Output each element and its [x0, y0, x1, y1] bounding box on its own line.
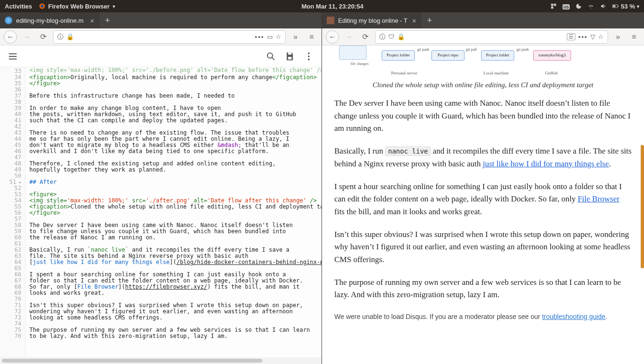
pocket-icon[interactable]: ▽ [590, 33, 595, 40]
overflow-icon[interactable]: » [612, 31, 624, 43]
code-content[interactable]: <img style='max-width: 100%;' src='./bef… [26, 67, 322, 357]
diagram-box: Project folder [382, 50, 415, 61]
code-line[interactable]: <figcaption>Originally, local machine is… [29, 74, 322, 81]
forward-button: → [343, 31, 355, 43]
text: Basically, I run [334, 146, 385, 155]
svg-rect-4 [551, 7, 553, 9]
diagram-box: tommyku/blog3 [533, 50, 571, 61]
diagram-label: GitHub [545, 70, 558, 77]
code-line[interactable]: ## After [29, 179, 322, 185]
tracking-shield-icon[interactable]: 🛡 [388, 33, 394, 40]
info-icon[interactable]: ⓘ [379, 33, 385, 41]
new-tab-button[interactable]: + [99, 12, 116, 28]
back-button[interactable]: ← [4, 30, 17, 44]
tab-strip: editing-my-blog-online.m × + [0, 12, 322, 28]
diagram-edge-label: git pull [466, 47, 477, 53]
code-line[interactable]: <img style='max-width: 100%;' src='./bef… [29, 67, 322, 73]
wifi-icon[interactable] [588, 3, 594, 9]
close-icon[interactable]: × [412, 17, 416, 24]
kebab-menu-icon[interactable] [303, 50, 315, 63]
paragraph: I spent a hour searching online for some… [334, 181, 632, 218]
horizontal-scrollbar[interactable] [0, 357, 322, 364]
hamburger-menu-icon[interactable]: ≡ [305, 31, 318, 43]
url-bar[interactable]: ⓘ 🛡 🔒 ☰ ••• ▽ ☆ [375, 30, 608, 44]
code-line[interactable]: such that the CI can compile and deploy … [29, 118, 322, 124]
line-number: 76 [0, 333, 21, 339]
tab-title: editing-my-blog-online.m [16, 17, 86, 24]
code-line[interactable]: Before this infrastructure change has be… [29, 93, 322, 99]
app-menu[interactable]: Firefox Web Browser ▾ [39, 3, 115, 10]
new-tab-button[interactable]: + [421, 12, 438, 28]
link-troubleshooting[interactable]: troubleshooting guide [542, 313, 606, 320]
code-line[interactable]: </figure> [29, 81, 322, 87]
firefox-icon [39, 3, 45, 9]
save-icon[interactable] [284, 50, 296, 63]
svg-point-13 [308, 58, 310, 60]
browser-tab[interactable]: editing-my-blog-online.m × [0, 12, 99, 28]
code-line[interactable]: hopefully together they work as planned. [29, 167, 322, 173]
paragraph: Isn’t this super obvious? I was surprise… [334, 228, 632, 266]
code-line[interactable]: </figure> [29, 210, 322, 216]
hamburger-icon[interactable] [7, 50, 19, 63]
code-editor[interactable]: 3334353637383940414243444546474849505152… [0, 67, 322, 357]
hamburger-menu-icon[interactable]: ≡ [628, 31, 640, 43]
code-line[interactable]: overkill and I don't like my data being … [29, 148, 322, 155]
lock-icon: 🔒 [397, 33, 405, 40]
browser-tab[interactable]: Editing my blog online - T × [322, 12, 421, 28]
diagram-label: file changes [350, 61, 368, 67]
code-line[interactable]: looking at some headless CMS offerings. [29, 315, 322, 321]
left-browser-window: editing-my-blog-online.m × + ← → ⟳ ⓘ 🔒 •… [0, 12, 322, 364]
overflow-icon[interactable]: » [289, 31, 302, 43]
url-bar[interactable]: ⓘ 🔒 ••• ▭ ☆ [53, 30, 286, 44]
text: . [606, 313, 608, 320]
chevron-down-icon: ▾ [637, 4, 639, 9]
back-button[interactable]: ← [326, 30, 339, 44]
code-line[interactable]: to be lazy. And with this zero-migration… [29, 333, 322, 339]
gnome-topbar: Activities Firefox Web Browser ▾ Mon Mar… [0, 0, 644, 12]
code-line[interactable]: <figcaption>Cloned the whole setup with … [29, 204, 322, 210]
info-icon[interactable]: ⓘ [57, 33, 63, 41]
paragraph: The Dev server I have been using came wi… [334, 97, 632, 135]
code-line[interactable] [29, 173, 322, 179]
search-icon[interactable] [265, 50, 277, 63]
lock-icon: 🔒 [66, 33, 74, 40]
reader-mode-icon[interactable]: ▭ [267, 33, 273, 40]
night-icon[interactable] [575, 3, 582, 9]
code-line[interactable]: looks and works great. [29, 290, 322, 296]
volume-icon[interactable] [600, 3, 607, 9]
bookmark-star-icon[interactable]: ☆ [598, 33, 604, 40]
diagram-edge-label: git push [517, 47, 529, 53]
editor-toolbar [0, 46, 322, 67]
diagram-image: file changes Project folder git push Pro… [339, 46, 627, 77]
unknown-indicator-icon[interactable] [550, 3, 557, 9]
reader-mode-icon[interactable]: ☰ [567, 33, 575, 40]
tab-strip: Editing my blog online - T × + [322, 12, 644, 28]
reload-button[interactable]: ⟳ [37, 31, 49, 43]
page-action-icon[interactable]: ••• [578, 33, 588, 40]
browser-toolbar: ← → ⟳ ⓘ 🛡 🔒 ☰ ••• ▽ ☆ » ≡ [322, 28, 644, 46]
activities-button[interactable]: Activities [5, 3, 32, 10]
favicon-icon [327, 17, 334, 24]
link-file-browser[interactable]: File Browser [578, 194, 619, 203]
page-viewport[interactable]: file changes Project folder git push Pro… [322, 46, 644, 364]
code-line[interactable] [29, 185, 322, 191]
favicon-icon [5, 17, 12, 24]
inline-code: nanoc live [385, 146, 430, 156]
close-icon[interactable]: × [90, 17, 94, 24]
svg-rect-9 [288, 52, 291, 55]
bookmark-star-icon[interactable]: ☆ [276, 33, 281, 40]
tab-title: Editing my blog online - T [338, 17, 408, 24]
scrollbar-thumb[interactable] [641, 145, 644, 268]
page-action-icon[interactable]: ••• [255, 33, 264, 40]
battery-indicator[interactable]: 53 % ▾ [612, 3, 639, 10]
paragraph: Basically, I run nanoc live and it recom… [334, 145, 632, 170]
code-line[interactable]: the release of Nanoc I am running on. [29, 235, 322, 241]
reload-button[interactable]: ⟳ [359, 31, 371, 43]
browser-toolbar: ← → ⟳ ⓘ 🔒 ••• ▭ ☆ » ≡ [0, 28, 322, 46]
code-line[interactable]: [just like how I did for many things els… [29, 259, 322, 265]
scrollbar-thumb[interactable] [2, 359, 262, 363]
clock[interactable]: Mon Mar 11, 23:20:54 [115, 3, 550, 10]
vertical-scrollbar[interactable] [641, 46, 644, 364]
keyboard-layout-indicator[interactable]: us [563, 3, 570, 10]
link-just-like[interactable]: just like how I did for many things else [483, 159, 608, 168]
